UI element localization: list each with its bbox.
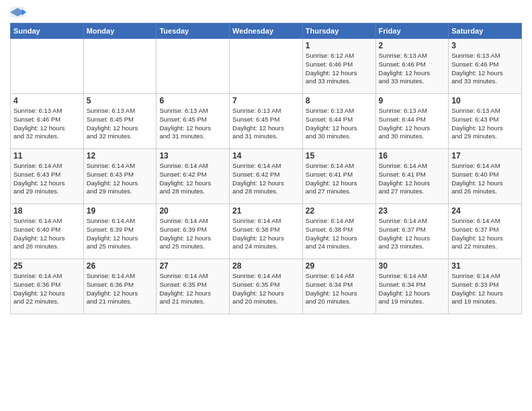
day-info: Sunrise: 6:12 AM Sunset: 6:46 PM Dayligh… xyxy=(306,52,373,86)
day-info: Sunrise: 6:13 AM Sunset: 6:45 PM Dayligh… xyxy=(232,107,300,141)
calendar-cell: 2Sunrise: 6:13 AM Sunset: 6:46 PM Daylig… xyxy=(375,39,449,94)
day-info: Sunrise: 6:14 AM Sunset: 6:36 PM Dayligh… xyxy=(13,272,81,306)
calendar-cell: 8Sunrise: 6:13 AM Sunset: 6:44 PM Daylig… xyxy=(302,94,375,149)
calendar-cell: 4Sunrise: 6:13 AM Sunset: 6:46 PM Daylig… xyxy=(11,94,84,149)
day-number: 29 xyxy=(306,261,373,271)
calendar-cell: 26Sunrise: 6:14 AM Sunset: 6:36 PM Dayli… xyxy=(83,259,157,314)
calendar-cell: 10Sunrise: 6:13 AM Sunset: 6:43 PM Dayli… xyxy=(449,94,522,149)
day-number: 27 xyxy=(159,261,226,271)
calendar-cell: 16Sunrise: 6:14 AM Sunset: 6:41 PM Dayli… xyxy=(375,149,449,204)
calendar-cell xyxy=(230,39,303,94)
logo-icon xyxy=(10,7,26,19)
day-number: 24 xyxy=(451,206,519,216)
calendar-cell: 5Sunrise: 6:13 AM Sunset: 6:45 PM Daylig… xyxy=(83,94,157,149)
calendar-cell: 31Sunrise: 6:14 AM Sunset: 6:33 PM Dayli… xyxy=(449,259,522,314)
day-info: Sunrise: 6:14 AM Sunset: 6:42 PM Dayligh… xyxy=(232,162,300,196)
calendar-cell: 27Sunrise: 6:14 AM Sunset: 6:35 PM Dayli… xyxy=(157,259,230,314)
weekday-header: Saturday xyxy=(449,24,522,39)
day-info: Sunrise: 6:13 AM Sunset: 6:44 PM Dayligh… xyxy=(379,107,446,141)
day-number: 18 xyxy=(13,206,81,216)
day-info: Sunrise: 6:14 AM Sunset: 6:41 PM Dayligh… xyxy=(306,162,373,196)
calendar-cell: 25Sunrise: 6:14 AM Sunset: 6:36 PM Dayli… xyxy=(11,259,84,314)
weekday-header: Wednesday xyxy=(230,24,303,39)
calendar-cell: 28Sunrise: 6:14 AM Sunset: 6:35 PM Dayli… xyxy=(230,259,303,314)
calendar-table: SundayMondayTuesdayWednesdayThursdayFrid… xyxy=(10,23,522,314)
day-info: Sunrise: 6:14 AM Sunset: 6:43 PM Dayligh… xyxy=(13,162,81,196)
calendar-cell: 21Sunrise: 6:14 AM Sunset: 6:38 PM Dayli… xyxy=(230,204,303,259)
day-info: Sunrise: 6:13 AM Sunset: 6:46 PM Dayligh… xyxy=(451,52,519,86)
day-number: 28 xyxy=(232,261,300,271)
day-info: Sunrise: 6:13 AM Sunset: 6:46 PM Dayligh… xyxy=(13,107,81,141)
day-info: Sunrise: 6:13 AM Sunset: 6:46 PM Dayligh… xyxy=(379,52,446,86)
day-number: 21 xyxy=(232,206,300,216)
calendar-cell: 3Sunrise: 6:13 AM Sunset: 6:46 PM Daylig… xyxy=(449,39,522,94)
weekday-header: Monday xyxy=(83,24,157,39)
day-info: Sunrise: 6:13 AM Sunset: 6:45 PM Dayligh… xyxy=(159,107,226,141)
day-info: Sunrise: 6:13 AM Sunset: 6:45 PM Dayligh… xyxy=(87,107,154,141)
day-number: 30 xyxy=(379,261,446,271)
calendar-cell: 14Sunrise: 6:14 AM Sunset: 6:42 PM Dayli… xyxy=(230,149,303,204)
header xyxy=(10,7,522,19)
calendar-cell: 18Sunrise: 6:14 AM Sunset: 6:40 PM Dayli… xyxy=(11,204,84,259)
calendar-cell: 24Sunrise: 6:14 AM Sunset: 6:37 PM Dayli… xyxy=(449,204,522,259)
calendar-cell: 22Sunrise: 6:14 AM Sunset: 6:38 PM Dayli… xyxy=(302,204,375,259)
calendar-cell: 13Sunrise: 6:14 AM Sunset: 6:42 PM Dayli… xyxy=(157,149,230,204)
calendar-cell xyxy=(83,39,157,94)
calendar-cell: 9Sunrise: 6:13 AM Sunset: 6:44 PM Daylig… xyxy=(375,94,449,149)
day-info: Sunrise: 6:14 AM Sunset: 6:34 PM Dayligh… xyxy=(306,272,373,306)
calendar-week-row: 25Sunrise: 6:14 AM Sunset: 6:36 PM Dayli… xyxy=(11,259,522,314)
day-number: 13 xyxy=(159,151,226,161)
day-info: Sunrise: 6:14 AM Sunset: 6:36 PM Dayligh… xyxy=(87,272,154,306)
day-number: 19 xyxy=(87,206,154,216)
day-number: 11 xyxy=(13,151,81,161)
calendar-cell: 29Sunrise: 6:14 AM Sunset: 6:34 PM Dayli… xyxy=(302,259,375,314)
calendar-cell: 23Sunrise: 6:14 AM Sunset: 6:37 PM Dayli… xyxy=(375,204,449,259)
calendar-cell xyxy=(157,39,230,94)
calendar-cell: 7Sunrise: 6:13 AM Sunset: 6:45 PM Daylig… xyxy=(230,94,303,149)
day-number: 3 xyxy=(451,41,519,50)
day-info: Sunrise: 6:14 AM Sunset: 6:41 PM Dayligh… xyxy=(379,162,446,196)
calendar-week-row: 1Sunrise: 6:12 AM Sunset: 6:46 PM Daylig… xyxy=(11,39,522,94)
calendar-cell: 12Sunrise: 6:14 AM Sunset: 6:43 PM Dayli… xyxy=(83,149,157,204)
day-number: 16 xyxy=(379,151,446,161)
day-number: 14 xyxy=(232,151,300,161)
day-info: Sunrise: 6:14 AM Sunset: 6:40 PM Dayligh… xyxy=(451,162,519,196)
day-info: Sunrise: 6:14 AM Sunset: 6:37 PM Dayligh… xyxy=(451,217,519,251)
day-info: Sunrise: 6:14 AM Sunset: 6:33 PM Dayligh… xyxy=(451,272,519,306)
day-number: 31 xyxy=(451,261,519,271)
day-info: Sunrise: 6:14 AM Sunset: 6:38 PM Dayligh… xyxy=(232,217,300,251)
day-number: 4 xyxy=(13,96,81,105)
day-info: Sunrise: 6:14 AM Sunset: 6:42 PM Dayligh… xyxy=(159,162,226,196)
calendar-cell: 11Sunrise: 6:14 AM Sunset: 6:43 PM Dayli… xyxy=(11,149,84,204)
day-number: 1 xyxy=(306,41,373,50)
day-number: 26 xyxy=(87,261,154,271)
calendar-cell: 17Sunrise: 6:14 AM Sunset: 6:40 PM Dayli… xyxy=(449,149,522,204)
calendar-week-row: 11Sunrise: 6:14 AM Sunset: 6:43 PM Dayli… xyxy=(11,149,522,204)
weekday-header: Sunday xyxy=(11,24,84,39)
main-container: SundayMondayTuesdayWednesdayThursdayFrid… xyxy=(0,0,532,411)
day-number: 8 xyxy=(306,96,373,105)
day-number: 23 xyxy=(379,206,446,216)
day-number: 20 xyxy=(159,206,226,216)
calendar-cell: 15Sunrise: 6:14 AM Sunset: 6:41 PM Dayli… xyxy=(302,149,375,204)
calendar-week-row: 18Sunrise: 6:14 AM Sunset: 6:40 PM Dayli… xyxy=(11,204,522,259)
day-number: 22 xyxy=(306,206,373,216)
day-info: Sunrise: 6:13 AM Sunset: 6:43 PM Dayligh… xyxy=(451,107,519,141)
day-number: 7 xyxy=(232,96,300,105)
calendar-cell xyxy=(11,39,84,94)
day-number: 10 xyxy=(451,96,519,105)
day-number: 25 xyxy=(13,261,81,271)
day-number: 5 xyxy=(87,96,154,105)
day-info: Sunrise: 6:14 AM Sunset: 6:39 PM Dayligh… xyxy=(159,217,226,251)
day-number: 6 xyxy=(159,96,226,105)
day-number: 17 xyxy=(451,151,519,161)
day-info: Sunrise: 6:14 AM Sunset: 6:37 PM Dayligh… xyxy=(379,217,446,251)
day-info: Sunrise: 6:14 AM Sunset: 6:39 PM Dayligh… xyxy=(87,217,154,251)
day-info: Sunrise: 6:14 AM Sunset: 6:35 PM Dayligh… xyxy=(232,272,300,306)
day-info: Sunrise: 6:14 AM Sunset: 6:34 PM Dayligh… xyxy=(379,272,446,306)
day-info: Sunrise: 6:13 AM Sunset: 6:44 PM Dayligh… xyxy=(306,107,373,141)
weekday-header: Friday xyxy=(375,24,449,39)
day-number: 2 xyxy=(379,41,446,50)
day-info: Sunrise: 6:14 AM Sunset: 6:40 PM Dayligh… xyxy=(13,217,81,251)
day-number: 12 xyxy=(87,151,154,161)
